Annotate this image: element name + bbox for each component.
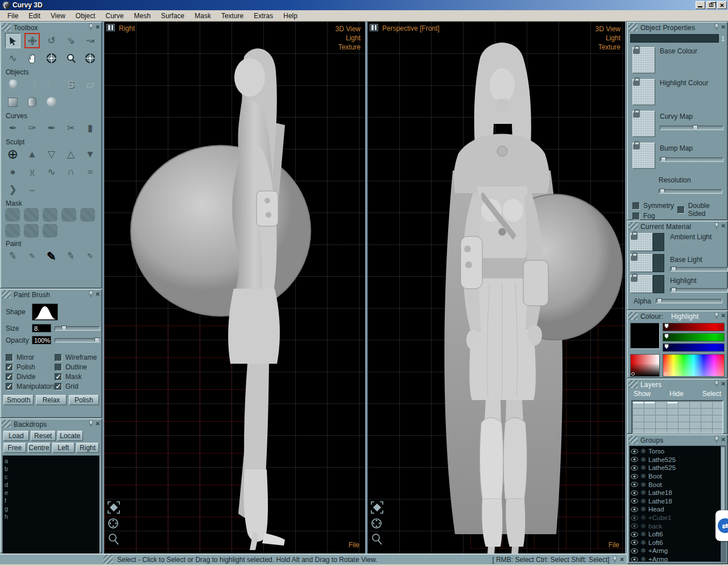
pin-icon[interactable] <box>612 556 618 563</box>
curve-draw-tool[interactable]: ✒ <box>44 120 59 136</box>
opacity-slider-thumb[interactable] <box>94 338 100 344</box>
opacity-value-field[interactable]: 100% <box>32 336 51 344</box>
close-panel-icon[interactable]: ✕ <box>96 24 100 30</box>
menu-view[interactable]: View <box>46 11 71 21</box>
close-panel-icon[interactable]: ✕ <box>721 436 726 443</box>
highlight-slider-thumb[interactable] <box>671 288 676 294</box>
relax-button[interactable]: Relax <box>36 395 66 405</box>
load-button[interactable]: Load <box>3 431 29 441</box>
lock-icon[interactable] <box>633 81 640 86</box>
lock-icon[interactable] <box>633 144 640 149</box>
layers-select-header[interactable]: Select <box>702 390 721 398</box>
left-button[interactable]: Left <box>52 443 75 453</box>
alpha-slider-thumb[interactable] <box>657 298 662 305</box>
centre-button[interactable]: Centre <box>28 443 51 453</box>
eye-icon[interactable] <box>631 515 638 521</box>
menu-curve[interactable]: Curve <box>101 11 129 21</box>
restore-button[interactable] <box>706 1 716 9</box>
viewport-perspective[interactable]: Perspective [Front] 3D View Light Textur… <box>367 22 627 553</box>
group-row[interactable]: ✱+Armg <box>631 555 725 562</box>
eye-icon[interactable] <box>631 557 638 562</box>
close-panel-icon[interactable]: ✕ <box>721 313 726 319</box>
group-row[interactable]: ✱Torso <box>631 447 725 456</box>
sculpt-arc-tool[interactable]: ⌣ <box>24 182 40 197</box>
lock-icon[interactable] <box>633 49 640 54</box>
smooth-button[interactable]: Smooth <box>3 395 34 405</box>
layers-show-header[interactable]: Show <box>634 390 651 398</box>
mask-tool-5[interactable] <box>80 208 95 222</box>
shade-picker[interactable] <box>630 354 660 377</box>
orbit-tool[interactable] <box>44 51 59 66</box>
paint-brush-tool-4[interactable]: ✎ <box>62 247 80 265</box>
mask-tool-7[interactable] <box>24 224 39 238</box>
mask-tool-8[interactable] <box>43 224 57 238</box>
viewport-mode-overlay[interactable]: 3D View Light Texture <box>336 24 361 52</box>
lock-icon[interactable] <box>631 277 638 282</box>
backdrop-item[interactable]: h <box>5 513 100 521</box>
backdrop-item[interactable]: f <box>5 497 100 505</box>
viewport-window-icon[interactable] <box>370 24 378 31</box>
sculpt-pinch-tool[interactable]: )( <box>24 164 40 180</box>
mirror-checkbox[interactable] <box>6 354 13 361</box>
sculpt-lower-soft-tool[interactable]: ▼ <box>82 147 98 162</box>
blue-slider[interactable] <box>663 343 725 352</box>
viewport-mode-overlay[interactable]: 3D View Light Texture <box>595 24 621 52</box>
mode-texture[interactable]: Texture <box>336 43 361 52</box>
manipulators-checkbox[interactable]: ✓ <box>6 383 13 390</box>
layers-grid[interactable] <box>631 400 723 434</box>
pin-icon[interactable] <box>88 290 94 298</box>
lock-icon[interactable] <box>631 256 638 261</box>
lock-icon[interactable] <box>631 235 638 240</box>
viewport-window-icon[interactable] <box>106 24 115 31</box>
zoom-view-icon[interactable] <box>371 533 382 546</box>
pin-icon[interactable] <box>88 23 94 31</box>
alpha-slider[interactable] <box>656 299 722 303</box>
hue-picker[interactable] <box>663 354 725 377</box>
shaded-mode-icon[interactable] <box>107 501 120 514</box>
backdrops-list[interactable]: a b c d e f g h <box>2 455 100 562</box>
group-row[interactable]: ✱Boot <box>631 480 725 489</box>
viewport-right[interactable]: Right 3D View Light Texture File <box>102 22 365 553</box>
group-row[interactable]: ✱+Cube1 <box>631 514 725 522</box>
model-side-view[interactable] <box>104 22 365 553</box>
locate-button[interactable]: Locate <box>57 431 83 441</box>
sculpt-raise-soft-tool[interactable]: △ <box>63 147 78 162</box>
mask-checkbox[interactable]: ✓ <box>55 373 62 381</box>
mask-tool-3[interactable] <box>43 208 57 222</box>
sculpt-dome-tool[interactable]: ∩ <box>63 164 78 180</box>
eye-icon[interactable] <box>631 449 638 454</box>
mask-tool-2[interactable] <box>24 208 39 222</box>
highlight-dark-swatch[interactable] <box>653 275 664 293</box>
bump-map-slider[interactable] <box>660 157 723 162</box>
sculpt-wave-tool[interactable]: ∿ <box>44 164 59 180</box>
eye-icon[interactable] <box>631 457 638 462</box>
menu-extras[interactable]: Extras <box>249 11 278 21</box>
pin-icon[interactable] <box>714 380 719 388</box>
menu-texture[interactable]: Texture <box>216 11 249 21</box>
outline-checkbox[interactable] <box>55 364 62 371</box>
group-row[interactable]: ✱+Armg <box>631 547 725 555</box>
close-panel-icon[interactable]: ✕ <box>96 291 100 297</box>
menu-edit[interactable]: Edit <box>23 11 46 21</box>
sphere-object-tool[interactable] <box>44 94 59 110</box>
right-button[interactable]: Right <box>76 443 99 453</box>
mask-tool-6[interactable] <box>5 224 20 238</box>
group-row[interactable]: ✱Lathe525 <box>631 456 725 464</box>
paint-brush-tool-2[interactable]: ✎ <box>24 248 40 264</box>
menu-mesh[interactable]: Mesh <box>129 11 156 21</box>
mask-tool-1[interactable] <box>5 208 20 222</box>
eye-icon[interactable] <box>631 540 638 545</box>
viewport-file-label[interactable]: File <box>609 541 619 549</box>
curve-ribbon-tool[interactable]: ▮ <box>82 120 98 136</box>
curvy-map-slider-thumb[interactable] <box>693 125 698 131</box>
group-row[interactable]: ✱Lathe18 <box>631 489 725 497</box>
sculpt-blob-tool[interactable]: ● <box>5 164 20 180</box>
eye-icon[interactable] <box>631 490 638 496</box>
crescent-object-tool[interactable]: ☽ <box>24 77 40 92</box>
eye-icon[interactable] <box>631 507 638 512</box>
close-statusbar-icon[interactable]: ✕ <box>620 556 624 563</box>
viewport-file-label[interactable]: File <box>349 541 359 549</box>
symmetry-checkbox[interactable] <box>632 202 640 210</box>
select-tool[interactable] <box>5 33 20 48</box>
brush-shape-preview[interactable] <box>32 303 58 321</box>
